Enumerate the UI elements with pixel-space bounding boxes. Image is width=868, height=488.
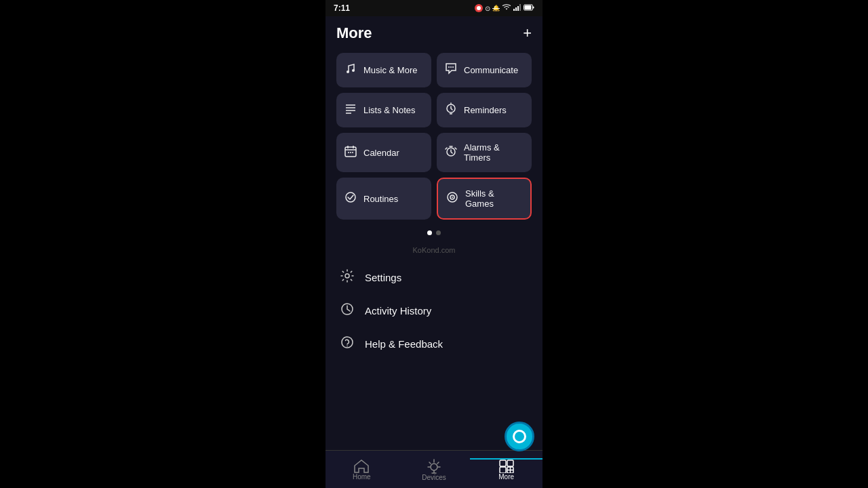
svg-point-12 [452,66,454,68]
svg-rect-35 [500,460,506,466]
home-nav-label: Home [353,473,371,481]
more-nav-label: More [498,473,514,481]
menu-items: Settings Activity History [336,262,532,359]
record-icon [475,4,483,12]
pagination-dot-1 [427,230,432,235]
calendar-icon [344,145,357,161]
nav-home[interactable]: Home [326,458,398,481]
card-alarms-timers-label: Alarms & Timers [464,142,524,163]
menu-settings[interactable]: Settings [336,262,532,293]
menu-help-feedback[interactable]: Help & Feedback [336,329,532,359]
svg-point-29 [452,197,453,198]
svg-point-33 [347,346,348,347]
svg-point-24 [352,152,353,153]
svg-point-9 [352,69,355,72]
svg-rect-3 [517,6,519,11]
card-skills-games-label: Skills & Games [465,188,522,209]
svg-point-30 [345,274,349,278]
card-lists-notes-label: Lists & Notes [363,105,416,115]
devices-nav-label: Devices [422,474,446,481]
home-icon [354,460,369,473]
card-reminders[interactable]: Reminders [437,93,532,127]
alexa-ring [513,430,526,443]
card-skills-games[interactable]: Skills & Games [437,178,532,220]
skills-icon [446,191,458,207]
svg-point-34 [431,464,437,470]
card-calendar-label: Calendar [363,148,399,158]
svg-rect-2 [515,7,517,11]
help-feedback-label: Help & Feedback [365,338,443,350]
card-music-more[interactable]: Music & More [336,53,431,87]
alarms-icon [445,145,457,161]
card-lists-notes[interactable]: Lists & Notes [336,93,431,127]
pagination-dot-2 [436,230,441,235]
card-communicate[interactable]: Communicate [437,53,532,87]
menu-activity-history[interactable]: Activity History [336,296,532,326]
communicate-icon [445,62,457,78]
svg-rect-37 [500,467,506,473]
svg-point-23 [350,152,351,153]
settings-label: Settings [365,272,401,283]
page-title: More [336,24,372,42]
activity-history-label: Activity History [365,305,431,317]
pagination [336,230,532,235]
svg-point-8 [347,70,349,73]
svg-point-0 [477,6,481,10]
nav-devices[interactable]: Devices [398,458,471,481]
status-icons: ⊙ 🔔 [475,4,534,12]
card-calendar[interactable]: Calendar [336,133,431,172]
card-communicate-label: Communicate [464,65,518,75]
svg-rect-1 [513,9,515,11]
status-time: 7:11 [334,3,350,13]
page-header: More + [336,24,532,42]
reminders-icon [445,102,457,118]
card-music-more-label: Music & More [363,65,417,75]
alexa-button[interactable] [505,422,534,451]
add-button[interactable]: + [523,24,532,42]
activity-icon [339,302,355,319]
lists-icon [344,102,357,118]
svg-rect-6 [525,5,532,9]
cards-grid: Music & More Communicate [336,53,532,220]
svg-rect-4 [519,4,521,11]
svg-point-22 [348,152,349,153]
watermark: KoKond.com [336,246,532,254]
mute-icon: 🔔 [492,5,500,12]
card-routines-label: Routines [363,194,398,204]
wifi-icon [502,4,511,12]
signal-icon [513,4,521,12]
more-icon [499,460,514,473]
svg-rect-7 [533,7,534,9]
card-reminders-label: Reminders [464,105,507,115]
routines-icon [344,191,357,207]
card-routines[interactable]: Routines [336,178,431,220]
battery-icon [524,4,534,12]
svg-rect-36 [507,460,513,466]
main-content: More + Music & More [326,16,542,450]
status-bar: 7:11 ⊙ 🔔 [326,0,542,16]
nav-more[interactable]: More [470,458,542,481]
help-icon [339,336,355,352]
svg-point-26 [346,192,355,202]
screen-record-icon: ⊙ [485,5,490,12]
devices-icon [427,459,441,474]
card-alarms-timers[interactable]: Alarms & Timers [437,133,532,172]
svg-point-11 [450,66,452,68]
music-icon [344,62,357,78]
svg-point-10 [448,66,450,68]
settings-icon [339,269,355,286]
bottom-nav: Home Devices More [326,450,542,488]
